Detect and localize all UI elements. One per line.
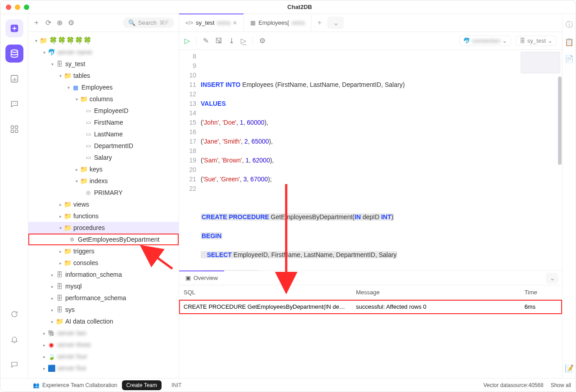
tree-server[interactable]: ▾🐬server name [28, 46, 179, 58]
tree-columns-folder[interactable]: ▾📁columns [28, 93, 179, 105]
tree-server[interactable]: ▸◉server three [28, 339, 179, 351]
magic-wand-icon[interactable]: ✎ [203, 36, 209, 45]
tree-server[interactable]: ▸🐘server two [28, 327, 179, 339]
tree-triggers[interactable]: ▸📁triggers [28, 245, 179, 257]
tree-tables[interactable]: ▾📁tables [28, 70, 179, 81]
nav-notifications[interactable] [5, 330, 23, 348]
target-icon[interactable]: ⊕ [57, 18, 63, 27]
paste-icon[interactable]: 📄 [565, 54, 574, 63]
tree-indexes-folder[interactable]: ▾📁indexs [28, 175, 179, 187]
tree-column[interactable]: ▭DepartmentID [28, 140, 179, 152]
tab-sy-test[interactable]: sy_test extra ✕ [179, 14, 244, 32]
tree-functions[interactable]: ▸📁functions [28, 210, 179, 222]
status-bar: 👥 Experience Team Collaboration Create T… [0, 378, 576, 392]
tree-index-primary[interactable]: ◎PRIMARY [28, 187, 179, 198]
note-icon[interactable]: 📝 [565, 364, 574, 373]
team-collab-label: Experience Team Collaboration [42, 382, 117, 388]
db-selector-label: sy_test [527, 37, 546, 44]
nav-home[interactable] [5, 19, 23, 37]
info-icon[interactable]: ⓘ [566, 20, 573, 30]
svg-point-3 [13, 103, 14, 104]
create-team-button[interactable]: Create Team [122, 380, 162, 390]
database-small-icon: 🗄 [520, 37, 526, 44]
postgres-icon: 🐘 [47, 329, 55, 337]
tree-root[interactable]: ▾📁🍀🍀🍀🍀🍀 [28, 35, 179, 46]
tree-column[interactable]: ▭Salary [28, 152, 179, 163]
cell-sql: CREATE PROCEDURE GetEmployeesByDepartmen… [179, 300, 351, 314]
status-show-all[interactable]: Show all [551, 382, 571, 388]
tree-database[interactable]: ▾🗄sy_test [28, 58, 179, 70]
svg-point-4 [15, 103, 16, 104]
status-vector: Vector datasource:40568 [483, 382, 543, 388]
tree-views[interactable]: ▸📁views [28, 198, 179, 210]
clipboard-icon[interactable]: 📋 [565, 38, 574, 46]
tabs-dropdown[interactable]: ⌄ [328, 17, 344, 29]
chevron-down-icon: ⌄ [548, 37, 553, 44]
nav-chart[interactable] [5, 70, 23, 88]
nav-database[interactable] [5, 45, 23, 63]
download-icon[interactable]: ⤓ [229, 36, 234, 45]
results-dropdown[interactable]: ⌄ [546, 273, 558, 284]
add-icon[interactable]: ＋ [33, 18, 40, 27]
tree-ai-data[interactable]: ▸📁AI data collection [28, 315, 179, 327]
tree-database[interactable]: ▸🗄sys [28, 304, 179, 315]
gear-icon[interactable]: ⚙ [68, 18, 74, 27]
close-window[interactable] [6, 5, 11, 10]
nav-chat[interactable] [5, 95, 23, 113]
nav-refresh[interactable] [5, 305, 23, 323]
code-area[interactable]: INSERT INTO Employees (FirstName, LastNa… [201, 50, 562, 270]
scrollbar[interactable] [558, 50, 562, 270]
col-header-time[interactable]: Time [520, 285, 562, 300]
tree-table-employees[interactable]: ▾▦Employees [28, 81, 179, 93]
tree-database[interactable]: ▸🗄performance_schema [28, 292, 179, 304]
tree-database[interactable]: ▸🗄information_schema [28, 269, 179, 280]
add-tab-button[interactable]: ＋ [311, 14, 328, 32]
close-tab-icon[interactable]: ✕ [233, 20, 237, 26]
tree-procedure-item[interactable]: ⊚GetEmployeesByDepartment [28, 234, 179, 245]
tree-database[interactable]: ▸🗄mysql [28, 280, 179, 292]
save-icon[interactable]: 🖫 [215, 37, 222, 45]
app-title: Chat2DB [29, 4, 570, 10]
nav-apps[interactable] [5, 120, 23, 138]
tree-column[interactable]: ▭FirstName [28, 117, 179, 128]
connection-tree[interactable]: ▾📁🍀🍀🍀🍀🍀 ▾🐬server name ▾🗄sy_test ▾📁tables… [28, 32, 179, 378]
database-small-icon: 🗄 [55, 60, 63, 68]
editor-toolbar: ▷ ✎ 🖫 ⤓ ▷̲ ⚙ 🐬connection⌄ 🗄sy_test⌄ [179, 32, 562, 50]
tree-column[interactable]: ▭LastName [28, 128, 179, 140]
search-placeholder: Search [138, 19, 157, 26]
col-header-sql[interactable]: SQL [179, 285, 351, 300]
minimize-window[interactable] [15, 5, 20, 10]
tree-keys-folder[interactable]: ▸📁keys [28, 163, 179, 175]
results-table: SQL Message Time CREATE PROCEDURE GetEmp… [179, 285, 562, 314]
sync-icon[interactable]: ⟳ [45, 18, 51, 27]
tree-consoles[interactable]: ▸📁consoles [28, 257, 179, 269]
plus-square-icon [9, 23, 19, 33]
tree-procedures[interactable]: ▾📁procedures [28, 222, 179, 234]
message-icon [10, 360, 18, 369]
team-collab[interactable]: 👥 Experience Team Collaboration [33, 382, 117, 388]
titlebar: Chat2DB [0, 0, 576, 14]
connection-selector[interactable]: 🐬connection⌄ [459, 36, 511, 46]
tree-column[interactable]: ▭EmployeeID [28, 105, 179, 117]
code-editor[interactable]: 89101112131415 ▷16 171819202122 INSERT I… [179, 50, 562, 270]
tree-server[interactable]: ▸🟦server five [28, 362, 179, 374]
tab-employees[interactable]: Employees[ extra [244, 14, 311, 32]
minimap[interactable] [521, 52, 560, 73]
sidebar: ＋ ⟳ ⊕ ⚙ 🔍 Search ⌘F ▾📁🍀🍀🍀🍀🍀 ▾🐬server nam… [28, 14, 179, 378]
results-tab-overview[interactable]: ▣Overview [179, 271, 224, 285]
mysql-icon: 🐬 [47, 49, 55, 56]
col-header-message[interactable]: Message [351, 285, 520, 300]
run-button[interactable]: ▷ [184, 36, 190, 45]
cell-time: 6ms [520, 300, 562, 314]
nav-feedback[interactable] [5, 356, 23, 374]
results-row[interactable]: CREATE PROCEDURE GetEmployeesByDepartmen… [179, 300, 562, 314]
settings-icon[interactable]: ⚙ [259, 36, 266, 45]
run-selection-icon[interactable]: ▷̲ [241, 36, 246, 45]
table-icon: ▦ [72, 84, 80, 91]
sidebar-search[interactable]: 🔍 Search ⌘F [123, 18, 174, 28]
maximize-window[interactable] [24, 5, 29, 10]
database-selector[interactable]: 🗄sy_test⌄ [516, 36, 557, 46]
tree-server[interactable]: ▸🍃server four [28, 351, 179, 362]
sidebar-toolbar: ＋ ⟳ ⊕ ⚙ 🔍 Search ⌘F [28, 14, 179, 32]
column-icon: ▭ [84, 131, 92, 137]
